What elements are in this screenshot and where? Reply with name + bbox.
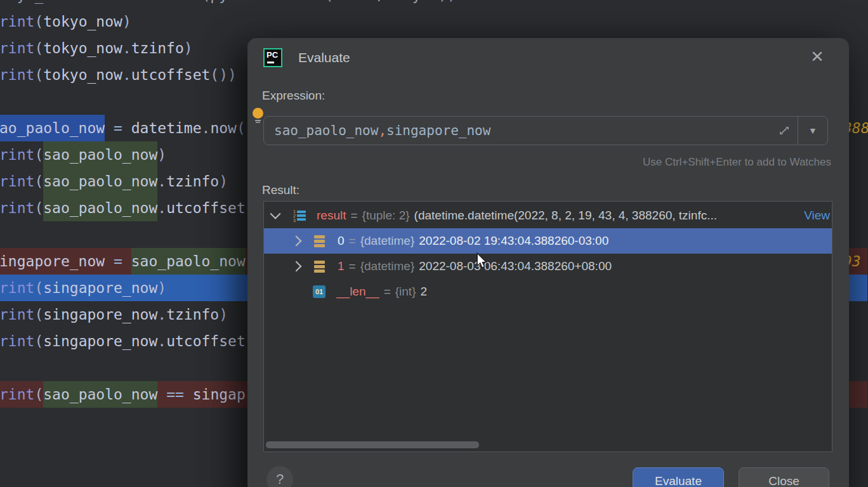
watches-hint: Use Ctrl+Shift+Enter to add to Watches bbox=[643, 156, 831, 169]
result-label: Result: bbox=[262, 183, 299, 197]
pycharm-logo-icon: PC bbox=[263, 48, 282, 67]
result-tree-row[interactable]: 1={datetime}2022-08-03 06:43:04.388260+0… bbox=[264, 254, 832, 279]
variable-type: {datetime} bbox=[360, 259, 415, 273]
chevron-down-icon: ▼ bbox=[808, 126, 817, 136]
chevron-down-icon[interactable] bbox=[270, 209, 281, 219]
result-panel: 123result={tuple: 2}(datetime.datetime(2… bbox=[263, 201, 832, 452]
variable-name: result bbox=[317, 209, 346, 223]
chevron-right-icon[interactable] bbox=[291, 261, 302, 272]
code-line[interactable]: okyo_now = datetime.now(pytz.timezone('A… bbox=[0, 0, 867, 8]
lightbulb-icon[interactable] bbox=[253, 108, 263, 123]
variable-value: 2022-08-03 06:43:04.388260+08:00 bbox=[419, 259, 612, 273]
dialog-title: Evaluate bbox=[298, 50, 350, 65]
result-tree: 123result={tuple: 2}(datetime.datetime(2… bbox=[264, 203, 832, 304]
view-link[interactable]: View bbox=[804, 209, 832, 223]
tuple-list-icon: 123 bbox=[293, 209, 310, 223]
int-icon: 01 bbox=[313, 285, 329, 298]
evaluate-dialog: PC Evaluate × Expression: sao_paolo_now,… bbox=[247, 38, 849, 487]
evaluate-button[interactable]: Evaluate bbox=[633, 467, 724, 487]
tuple-icon bbox=[314, 234, 331, 249]
close-icon[interactable]: × bbox=[806, 43, 829, 68]
code-line[interactable]: rint(tokyo_now) bbox=[0, 8, 867, 35]
variable-name: 1 bbox=[338, 259, 345, 273]
help-button[interactable]: ? bbox=[266, 466, 293, 487]
tuple-icon bbox=[314, 259, 331, 274]
variable-value: 2022-08-02 19:43:04.388260-03:00 bbox=[419, 234, 608, 248]
variable-name: __len__ bbox=[336, 285, 379, 299]
history-dropdown-button[interactable]: ▼ bbox=[798, 117, 827, 145]
chevron-placeholder bbox=[293, 289, 299, 295]
horizontal-scrollbar[interactable] bbox=[266, 441, 479, 448]
expression-input[interactable]: sao_paolo_now,singapore_now ▼ bbox=[263, 116, 828, 145]
chevron-right-icon[interactable] bbox=[291, 236, 302, 247]
variable-name: 0 bbox=[338, 234, 345, 248]
close-button[interactable]: Close bbox=[739, 467, 829, 487]
variable-type: {int} bbox=[395, 285, 416, 299]
expression-label: Expression: bbox=[262, 89, 325, 103]
result-tree-row[interactable]: 123result={tuple: 2}(datetime.datetime(2… bbox=[264, 203, 832, 228]
variable-value: 2 bbox=[421, 285, 428, 299]
variable-type: {tuple: 2} bbox=[362, 209, 410, 223]
mouse-cursor bbox=[475, 252, 489, 269]
expression-value[interactable]: sao_paolo_now,singapore_now bbox=[274, 117, 490, 145]
result-tree-row[interactable]: 01__len__={int}2 bbox=[264, 279, 832, 304]
result-tree-row[interactable]: 0={datetime}2022-08-02 19:43:04.388260-0… bbox=[264, 228, 832, 254]
expand-icon[interactable] bbox=[778, 124, 791, 137]
variable-type: {datetime} bbox=[360, 234, 415, 248]
variable-value: (datetime.datetime(2022, 8, 2, 19, 43, 4… bbox=[414, 209, 717, 223]
